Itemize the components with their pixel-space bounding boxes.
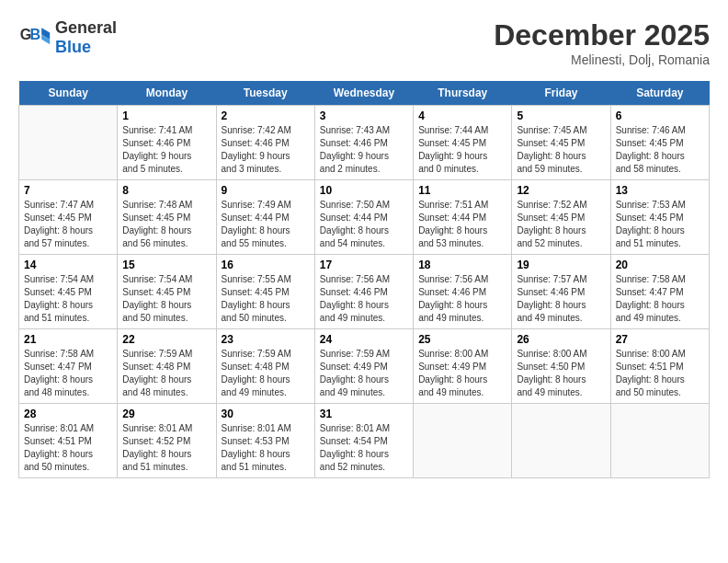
calendar-cell: 8Sunrise: 7:48 AM Sunset: 4:45 PM Daylig… bbox=[118, 180, 216, 255]
date-number: 13 bbox=[616, 184, 704, 197]
calendar-cell bbox=[414, 404, 512, 478]
date-number: 10 bbox=[320, 184, 408, 197]
calendar-cell: 1Sunrise: 7:41 AM Sunset: 4:46 PM Daylig… bbox=[118, 106, 216, 180]
cell-info: Sunrise: 7:53 AM Sunset: 4:45 PM Dayligh… bbox=[616, 199, 704, 250]
cell-info: Sunrise: 7:57 AM Sunset: 4:46 PM Dayligh… bbox=[517, 273, 605, 325]
date-number: 17 bbox=[320, 259, 408, 271]
calendar-table: SundayMondayTuesdayWednesdayThursdayFrid… bbox=[18, 81, 710, 478]
cell-info: Sunrise: 7:59 AM Sunset: 4:48 PM Dayligh… bbox=[122, 348, 210, 399]
calendar-cell: 21Sunrise: 7:58 AM Sunset: 4:47 PM Dayli… bbox=[19, 329, 118, 404]
day-header-tuesday: Tuesday bbox=[216, 81, 314, 106]
cell-info: Sunrise: 8:01 AM Sunset: 4:51 PM Dayligh… bbox=[24, 422, 112, 474]
cell-info: Sunrise: 8:01 AM Sunset: 4:54 PM Dayligh… bbox=[320, 422, 408, 474]
date-number: 6 bbox=[616, 109, 704, 122]
calendar-cell: 3Sunrise: 7:43 AM Sunset: 4:46 PM Daylig… bbox=[314, 106, 413, 180]
cell-info: Sunrise: 7:46 AM Sunset: 4:45 PM Dayligh… bbox=[616, 124, 704, 176]
calendar-cell: 28Sunrise: 8:01 AM Sunset: 4:51 PM Dayli… bbox=[19, 404, 118, 478]
date-number: 9 bbox=[222, 184, 310, 197]
week-row-2: 7Sunrise: 7:47 AM Sunset: 4:45 PM Daylig… bbox=[19, 180, 710, 255]
calendar-cell: 18Sunrise: 7:56 AM Sunset: 4:46 PM Dayli… bbox=[414, 255, 512, 329]
date-number: 28 bbox=[24, 408, 112, 420]
calendar-cell: 12Sunrise: 7:52 AM Sunset: 4:45 PM Dayli… bbox=[512, 180, 610, 255]
calendar-cell: 26Sunrise: 8:00 AM Sunset: 4:50 PM Dayli… bbox=[512, 329, 610, 404]
cell-info: Sunrise: 7:48 AM Sunset: 4:45 PM Dayligh… bbox=[122, 199, 210, 250]
calendar-cell: 13Sunrise: 7:53 AM Sunset: 4:45 PM Dayli… bbox=[610, 180, 709, 255]
title-area: December 2025 Melinesti, Dolj, Romania bbox=[494, 18, 710, 67]
cell-info: Sunrise: 7:54 AM Sunset: 4:45 PM Dayligh… bbox=[122, 273, 210, 325]
date-number: 27 bbox=[616, 333, 704, 346]
date-number: 24 bbox=[320, 333, 408, 346]
date-number: 16 bbox=[222, 259, 310, 271]
date-number: 21 bbox=[24, 333, 112, 346]
cell-info: Sunrise: 7:59 AM Sunset: 4:49 PM Dayligh… bbox=[320, 348, 408, 399]
day-header-wednesday: Wednesday bbox=[314, 81, 413, 106]
calendar-cell: 6Sunrise: 7:46 AM Sunset: 4:45 PM Daylig… bbox=[610, 106, 709, 180]
date-number: 8 bbox=[122, 184, 210, 197]
calendar-cell: 7Sunrise: 7:47 AM Sunset: 4:45 PM Daylig… bbox=[19, 180, 118, 255]
cell-info: Sunrise: 7:58 AM Sunset: 4:47 PM Dayligh… bbox=[616, 273, 704, 325]
week-row-3: 14Sunrise: 7:54 AM Sunset: 4:45 PM Dayli… bbox=[19, 255, 710, 329]
calendar-cell: 22Sunrise: 7:59 AM Sunset: 4:48 PM Dayli… bbox=[118, 329, 216, 404]
cell-info: Sunrise: 8:00 AM Sunset: 4:50 PM Dayligh… bbox=[517, 348, 605, 399]
date-number: 19 bbox=[517, 259, 605, 271]
cell-info: Sunrise: 7:51 AM Sunset: 4:44 PM Dayligh… bbox=[418, 199, 506, 250]
calendar-cell: 16Sunrise: 7:55 AM Sunset: 4:45 PM Dayli… bbox=[216, 255, 314, 329]
calendar-cell: 20Sunrise: 7:58 AM Sunset: 4:47 PM Dayli… bbox=[610, 255, 709, 329]
cell-info: Sunrise: 8:00 AM Sunset: 4:49 PM Dayligh… bbox=[418, 348, 506, 399]
calendar-cell: 4Sunrise: 7:44 AM Sunset: 4:45 PM Daylig… bbox=[414, 106, 512, 180]
calendar-cell: 24Sunrise: 7:59 AM Sunset: 4:49 PM Dayli… bbox=[314, 329, 413, 404]
calendar-cell: 27Sunrise: 8:00 AM Sunset: 4:51 PM Dayli… bbox=[610, 329, 709, 404]
calendar-cell: 17Sunrise: 7:56 AM Sunset: 4:46 PM Dayli… bbox=[314, 255, 413, 329]
calendar-cell bbox=[512, 404, 610, 478]
header-row: SundayMondayTuesdayWednesdayThursdayFrid… bbox=[19, 81, 710, 106]
cell-info: Sunrise: 7:56 AM Sunset: 4:46 PM Dayligh… bbox=[418, 273, 506, 325]
logo: G B General Blue bbox=[18, 18, 117, 57]
date-number: 18 bbox=[418, 259, 506, 271]
cell-info: Sunrise: 7:44 AM Sunset: 4:45 PM Dayligh… bbox=[418, 124, 506, 176]
logo-icon: G B bbox=[18, 21, 51, 54]
cell-info: Sunrise: 7:45 AM Sunset: 4:45 PM Dayligh… bbox=[517, 124, 605, 176]
day-header-sunday: Sunday bbox=[19, 81, 118, 106]
calendar-cell: 31Sunrise: 8:01 AM Sunset: 4:54 PM Dayli… bbox=[314, 404, 413, 478]
date-number: 22 bbox=[122, 333, 210, 346]
cell-info: Sunrise: 7:55 AM Sunset: 4:45 PM Dayligh… bbox=[222, 273, 310, 325]
date-number: 26 bbox=[517, 333, 605, 346]
week-row-1: 1Sunrise: 7:41 AM Sunset: 4:46 PM Daylig… bbox=[19, 106, 710, 180]
cell-info: Sunrise: 7:54 AM Sunset: 4:45 PM Dayligh… bbox=[24, 273, 112, 325]
date-number: 11 bbox=[418, 184, 506, 197]
day-header-monday: Monday bbox=[118, 81, 216, 106]
cell-info: Sunrise: 7:43 AM Sunset: 4:46 PM Dayligh… bbox=[320, 124, 408, 176]
date-number: 7 bbox=[24, 184, 112, 197]
cell-info: Sunrise: 8:00 AM Sunset: 4:51 PM Dayligh… bbox=[616, 348, 704, 399]
date-number: 3 bbox=[320, 109, 408, 122]
day-header-saturday: Saturday bbox=[610, 81, 709, 106]
calendar-cell: 29Sunrise: 8:01 AM Sunset: 4:52 PM Dayli… bbox=[118, 404, 216, 478]
calendar-cell bbox=[19, 106, 118, 180]
day-header-friday: Friday bbox=[512, 81, 610, 106]
date-number: 23 bbox=[222, 333, 310, 346]
cell-info: Sunrise: 7:49 AM Sunset: 4:44 PM Dayligh… bbox=[222, 199, 310, 250]
date-number: 15 bbox=[122, 259, 210, 271]
date-number: 12 bbox=[517, 184, 605, 197]
month-title: December 2025 bbox=[494, 18, 710, 52]
date-number: 30 bbox=[222, 408, 310, 420]
cell-info: Sunrise: 7:59 AM Sunset: 4:48 PM Dayligh… bbox=[222, 348, 310, 399]
calendar-cell: 25Sunrise: 8:00 AM Sunset: 4:49 PM Dayli… bbox=[414, 329, 512, 404]
cell-info: Sunrise: 8:01 AM Sunset: 4:52 PM Dayligh… bbox=[122, 422, 210, 474]
date-number: 4 bbox=[418, 109, 506, 122]
calendar-cell: 14Sunrise: 7:54 AM Sunset: 4:45 PM Dayli… bbox=[19, 255, 118, 329]
date-number: 1 bbox=[122, 109, 210, 122]
calendar-cell: 23Sunrise: 7:59 AM Sunset: 4:48 PM Dayli… bbox=[216, 329, 314, 404]
calendar-cell: 9Sunrise: 7:49 AM Sunset: 4:44 PM Daylig… bbox=[216, 180, 314, 255]
week-row-5: 28Sunrise: 8:01 AM Sunset: 4:51 PM Dayli… bbox=[19, 404, 710, 478]
date-number: 25 bbox=[418, 333, 506, 346]
calendar-cell: 19Sunrise: 7:57 AM Sunset: 4:46 PM Dayli… bbox=[512, 255, 610, 329]
cell-info: Sunrise: 7:47 AM Sunset: 4:45 PM Dayligh… bbox=[24, 199, 112, 250]
cell-info: Sunrise: 7:42 AM Sunset: 4:46 PM Dayligh… bbox=[222, 124, 310, 176]
page-header: G B General Blue December 2025 Melinesti… bbox=[18, 18, 710, 67]
calendar-cell: 5Sunrise: 7:45 AM Sunset: 4:45 PM Daylig… bbox=[512, 106, 610, 180]
svg-text:B: B bbox=[30, 26, 41, 42]
date-number: 20 bbox=[616, 259, 704, 271]
cell-info: Sunrise: 7:52 AM Sunset: 4:45 PM Dayligh… bbox=[517, 199, 605, 250]
cell-info: Sunrise: 7:41 AM Sunset: 4:46 PM Dayligh… bbox=[122, 124, 210, 176]
